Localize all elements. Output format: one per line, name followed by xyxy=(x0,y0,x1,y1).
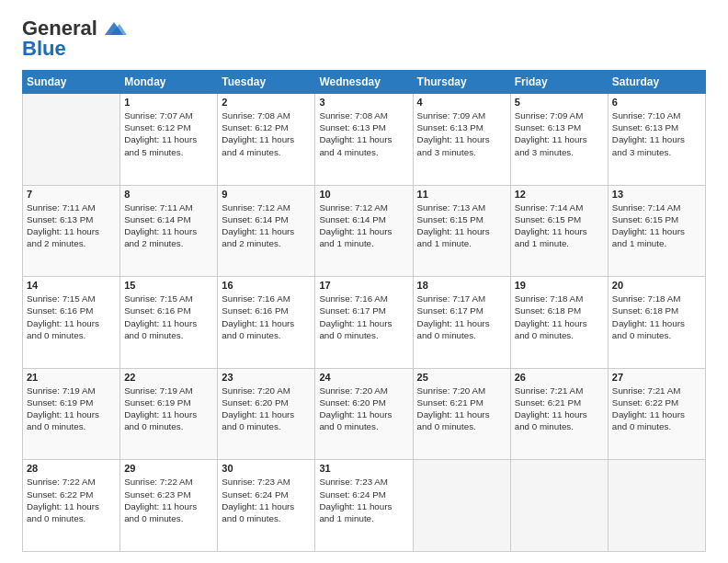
logo-bird-icon xyxy=(101,18,127,39)
calendar-cell: 5Sunrise: 7:09 AM Sunset: 6:13 PM Daylig… xyxy=(510,94,608,186)
calendar-cell: 12Sunrise: 7:14 AM Sunset: 6:15 PM Dayli… xyxy=(510,185,608,277)
calendar-week-1: 1Sunrise: 7:07 AM Sunset: 6:12 PM Daylig… xyxy=(23,94,706,186)
calendar-week-2: 7Sunrise: 7:11 AM Sunset: 6:13 PM Daylig… xyxy=(23,185,706,277)
calendar-cell: 31Sunrise: 7:23 AM Sunset: 6:24 PM Dayli… xyxy=(315,460,413,552)
calendar-cell: 18Sunrise: 7:17 AM Sunset: 6:17 PM Dayli… xyxy=(413,277,510,369)
calendar-week-5: 28Sunrise: 7:22 AM Sunset: 6:22 PM Dayli… xyxy=(23,460,706,552)
calendar-cell xyxy=(608,460,705,552)
day-number: 14 xyxy=(27,280,116,291)
day-info: Sunrise: 7:10 AM Sunset: 6:13 PM Dayligh… xyxy=(612,109,701,158)
day-number: 10 xyxy=(319,189,408,200)
day-info: Sunrise: 7:20 AM Sunset: 6:20 PM Dayligh… xyxy=(222,385,311,433)
logo: General Blue xyxy=(22,17,127,61)
day-number: 23 xyxy=(222,372,311,383)
day-info: Sunrise: 7:22 AM Sunset: 6:22 PM Dayligh… xyxy=(27,476,116,524)
day-number: 13 xyxy=(612,189,701,200)
day-number: 27 xyxy=(612,372,701,383)
day-number: 21 xyxy=(27,372,116,383)
day-number: 29 xyxy=(124,463,213,474)
day-info: Sunrise: 7:15 AM Sunset: 6:16 PM Dayligh… xyxy=(27,293,116,341)
calendar-cell: 20Sunrise: 7:18 AM Sunset: 6:18 PM Dayli… xyxy=(608,277,705,369)
day-number: 3 xyxy=(319,97,408,108)
col-header-friday: Friday xyxy=(510,71,608,94)
day-info: Sunrise: 7:11 AM Sunset: 6:14 PM Dayligh… xyxy=(124,201,213,250)
day-info: Sunrise: 7:18 AM Sunset: 6:18 PM Dayligh… xyxy=(515,293,604,341)
day-number: 22 xyxy=(124,372,213,383)
day-number: 17 xyxy=(319,280,408,291)
day-number: 28 xyxy=(27,463,116,474)
day-number: 31 xyxy=(319,463,408,474)
day-number: 2 xyxy=(222,97,311,108)
day-number: 15 xyxy=(124,280,213,291)
day-info: Sunrise: 7:20 AM Sunset: 6:20 PM Dayligh… xyxy=(319,385,408,433)
day-info: Sunrise: 7:12 AM Sunset: 6:14 PM Dayligh… xyxy=(222,201,311,250)
day-number: 4 xyxy=(417,97,506,108)
header-row: SundayMondayTuesdayWednesdayThursdayFrid… xyxy=(23,71,706,94)
calendar-body: 1Sunrise: 7:07 AM Sunset: 6:12 PM Daylig… xyxy=(23,94,706,552)
day-info: Sunrise: 7:16 AM Sunset: 6:16 PM Dayligh… xyxy=(222,293,311,341)
day-number: 19 xyxy=(515,280,604,291)
day-info: Sunrise: 7:23 AM Sunset: 6:24 PM Dayligh… xyxy=(222,476,311,524)
day-number: 7 xyxy=(27,189,116,200)
day-number: 6 xyxy=(612,97,701,108)
day-info: Sunrise: 7:14 AM Sunset: 6:15 PM Dayligh… xyxy=(515,201,604,250)
calendar-cell: 19Sunrise: 7:18 AM Sunset: 6:18 PM Dayli… xyxy=(510,277,608,369)
day-info: Sunrise: 7:21 AM Sunset: 6:21 PM Dayligh… xyxy=(515,385,604,433)
day-number: 20 xyxy=(612,280,701,291)
day-info: Sunrise: 7:15 AM Sunset: 6:16 PM Dayligh… xyxy=(124,293,213,341)
calendar-cell: 16Sunrise: 7:16 AM Sunset: 6:16 PM Dayli… xyxy=(218,277,315,369)
calendar-cell: 11Sunrise: 7:13 AM Sunset: 6:15 PM Dayli… xyxy=(413,185,510,277)
calendar-cell xyxy=(413,460,510,552)
calendar-cell: 8Sunrise: 7:11 AM Sunset: 6:14 PM Daylig… xyxy=(120,185,218,277)
calendar-cell: 23Sunrise: 7:20 AM Sunset: 6:20 PM Dayli… xyxy=(218,368,315,460)
day-number: 11 xyxy=(417,189,506,200)
day-number: 8 xyxy=(124,189,213,200)
day-number: 16 xyxy=(222,280,311,291)
header: General Blue xyxy=(22,17,706,61)
calendar-cell: 13Sunrise: 7:14 AM Sunset: 6:15 PM Dayli… xyxy=(608,185,705,277)
day-info: Sunrise: 7:09 AM Sunset: 6:13 PM Dayligh… xyxy=(417,109,506,158)
day-info: Sunrise: 7:07 AM Sunset: 6:12 PM Dayligh… xyxy=(124,109,213,158)
day-info: Sunrise: 7:16 AM Sunset: 6:17 PM Dayligh… xyxy=(319,293,408,341)
day-number: 24 xyxy=(319,372,408,383)
day-number: 12 xyxy=(515,189,604,200)
day-info: Sunrise: 7:21 AM Sunset: 6:22 PM Dayligh… xyxy=(612,385,701,433)
day-number: 18 xyxy=(417,280,506,291)
day-number: 5 xyxy=(515,97,604,108)
calendar-cell: 24Sunrise: 7:20 AM Sunset: 6:20 PM Dayli… xyxy=(315,368,413,460)
day-info: Sunrise: 7:13 AM Sunset: 6:15 PM Dayligh… xyxy=(417,201,506,250)
col-header-thursday: Thursday xyxy=(413,71,510,94)
day-info: Sunrise: 7:08 AM Sunset: 6:13 PM Dayligh… xyxy=(319,109,408,158)
day-info: Sunrise: 7:19 AM Sunset: 6:19 PM Dayligh… xyxy=(124,385,213,433)
calendar-header: SundayMondayTuesdayWednesdayThursdayFrid… xyxy=(23,71,706,94)
day-info: Sunrise: 7:19 AM Sunset: 6:19 PM Dayligh… xyxy=(27,385,116,433)
calendar-cell: 15Sunrise: 7:15 AM Sunset: 6:16 PM Dayli… xyxy=(120,277,218,369)
calendar-cell: 29Sunrise: 7:22 AM Sunset: 6:23 PM Dayli… xyxy=(120,460,218,552)
calendar-week-3: 14Sunrise: 7:15 AM Sunset: 6:16 PM Dayli… xyxy=(23,277,706,369)
calendar-week-4: 21Sunrise: 7:19 AM Sunset: 6:19 PM Dayli… xyxy=(23,368,706,460)
col-header-saturday: Saturday xyxy=(608,71,705,94)
day-info: Sunrise: 7:12 AM Sunset: 6:14 PM Dayligh… xyxy=(319,201,408,250)
calendar-cell: 26Sunrise: 7:21 AM Sunset: 6:21 PM Dayli… xyxy=(510,368,608,460)
day-number: 25 xyxy=(417,372,506,383)
col-header-sunday: Sunday xyxy=(23,71,120,94)
day-info: Sunrise: 7:14 AM Sunset: 6:15 PM Dayligh… xyxy=(612,201,701,250)
logo-blue: Blue xyxy=(22,37,66,61)
day-number: 9 xyxy=(222,189,311,200)
col-header-wednesday: Wednesday xyxy=(315,71,413,94)
day-info: Sunrise: 7:11 AM Sunset: 6:13 PM Dayligh… xyxy=(27,201,116,250)
day-info: Sunrise: 7:23 AM Sunset: 6:24 PM Dayligh… xyxy=(319,476,408,524)
day-number: 1 xyxy=(124,97,213,108)
calendar-cell: 14Sunrise: 7:15 AM Sunset: 6:16 PM Dayli… xyxy=(23,277,120,369)
day-info: Sunrise: 7:09 AM Sunset: 6:13 PM Dayligh… xyxy=(515,109,604,158)
calendar-cell: 21Sunrise: 7:19 AM Sunset: 6:19 PM Dayli… xyxy=(23,368,120,460)
calendar-cell: 10Sunrise: 7:12 AM Sunset: 6:14 PM Dayli… xyxy=(315,185,413,277)
day-number: 26 xyxy=(515,372,604,383)
page: General Blue SundayMondayTuesdayWednesda… xyxy=(0,0,728,563)
calendar-cell: 17Sunrise: 7:16 AM Sunset: 6:17 PM Dayli… xyxy=(315,277,413,369)
calendar-cell: 4Sunrise: 7:09 AM Sunset: 6:13 PM Daylig… xyxy=(413,94,510,186)
calendar-cell: 9Sunrise: 7:12 AM Sunset: 6:14 PM Daylig… xyxy=(218,185,315,277)
day-info: Sunrise: 7:22 AM Sunset: 6:23 PM Dayligh… xyxy=(124,476,213,524)
calendar-cell: 3Sunrise: 7:08 AM Sunset: 6:13 PM Daylig… xyxy=(315,94,413,186)
calendar-cell: 6Sunrise: 7:10 AM Sunset: 6:13 PM Daylig… xyxy=(608,94,705,186)
